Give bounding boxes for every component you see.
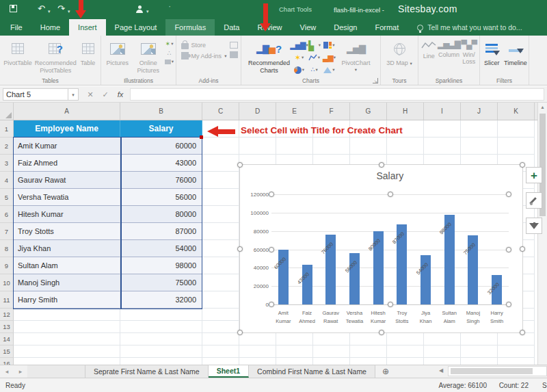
cell-A13[interactable] <box>14 321 120 333</box>
cell-F2[interactable] <box>313 138 350 155</box>
line-sparkline-button[interactable]: Line <box>420 38 438 60</box>
cell-H16[interactable] <box>387 358 424 365</box>
cell-D14[interactable] <box>239 333 276 345</box>
row-header-7[interactable]: 7 <box>0 223 14 240</box>
cell-C5[interactable] <box>202 189 239 206</box>
qat-dropdown-icon[interactable]: ▾ <box>146 7 149 16</box>
selection-handle[interactable] <box>520 330 525 335</box>
column-header-H[interactable]: H <box>387 103 424 120</box>
redo-dropdown-icon[interactable]: ▾ <box>68 7 70 16</box>
cell-I15[interactable] <box>424 345 461 358</box>
cell-I16[interactable] <box>424 358 461 365</box>
row-header-5[interactable]: 5 <box>0 189 14 206</box>
horizontal-scrollbar-thumb[interactable] <box>451 368 533 374</box>
scroll-left-icon[interactable]: ◀ <box>439 367 443 374</box>
cell-C14[interactable] <box>202 333 239 345</box>
cell-B6[interactable]: 80000 <box>120 206 202 223</box>
cell-K15[interactable] <box>498 345 535 358</box>
insert-function-icon[interactable]: fx <box>114 88 127 101</box>
line-chart-button[interactable]: ▾ <box>307 51 322 64</box>
cell-H15[interactable] <box>387 345 424 358</box>
cell-B15[interactable] <box>120 345 202 358</box>
enter-formula-icon[interactable]: ✓ <box>98 88 112 101</box>
cell-C15[interactable] <box>202 345 239 358</box>
cell-B8[interactable]: 54000 <box>120 240 202 257</box>
cell-A9[interactable]: Sultan Alam <box>14 257 120 274</box>
bar-chart-button[interactable]: ▂▅▾ <box>307 39 322 51</box>
cell-A4[interactable]: Gaurav Rawat <box>14 172 120 189</box>
ribbon-tab-format[interactable]: Format <box>366 19 408 36</box>
cell-F15[interactable] <box>313 345 350 358</box>
cell-K16[interactable] <box>498 358 535 365</box>
cell-A2[interactable]: Amit Kumar <box>14 138 120 155</box>
cell-B16[interactable] <box>120 358 202 365</box>
row-header-11[interactable]: 11 <box>0 291 14 309</box>
selection-handle[interactable] <box>237 330 243 335</box>
cell-B13[interactable] <box>120 321 202 333</box>
column-header-K[interactable]: K <box>498 103 535 120</box>
row-header-12[interactable]: 12 <box>0 309 14 321</box>
column-header-I[interactable]: I <box>424 103 461 120</box>
cell-C9[interactable] <box>202 257 239 274</box>
tell-me-box[interactable]: Tell me what you want to do... <box>417 19 522 36</box>
ribbon-tab-home[interactable]: Home <box>31 19 69 36</box>
cell-C12[interactable] <box>202 309 239 321</box>
selection-handle[interactable] <box>379 330 384 335</box>
cell-J15[interactable] <box>461 345 498 358</box>
cell-A1[interactable]: Employee Name <box>14 120 120 138</box>
cell-E15[interactable] <box>276 345 313 358</box>
row-header-4[interactable]: 4 <box>0 172 14 189</box>
chart-filters-button[interactable] <box>526 218 542 234</box>
cell-A3[interactable]: Faiz Ahmed <box>14 155 120 172</box>
chart-styles-button[interactable] <box>526 192 542 209</box>
store-button[interactable]: Store <box>179 40 209 51</box>
cell-J14[interactable] <box>461 333 498 345</box>
column-header-C[interactable]: C <box>202 103 239 120</box>
formula-input[interactable] <box>130 88 544 101</box>
chart-elements-button[interactable]: + <box>526 167 542 183</box>
row-header-10[interactable]: 10 <box>0 274 14 291</box>
addin-icon[interactable] <box>230 51 238 58</box>
cell-J16[interactable] <box>461 358 498 365</box>
column-sparkline-button[interactable]: ▂▅▃▇ Column <box>440 38 459 58</box>
cell-B11[interactable]: 32000 <box>120 291 202 309</box>
cell-C16[interactable] <box>202 358 239 365</box>
pivottable-button[interactable]: PivotTable <box>1 38 34 67</box>
undo-dropdown-icon[interactable]: ▾ <box>48 7 51 16</box>
column-header-E[interactable]: E <box>276 103 313 120</box>
sheet-tab-sheet1[interactable]: Sheet1 <box>209 365 249 378</box>
cell-I2[interactable] <box>424 138 461 155</box>
cell-F14[interactable] <box>313 333 350 345</box>
winloss-sparkline-button[interactable]: ▀▄▀ Win/ Loss <box>460 38 479 66</box>
row-header-15[interactable]: 15 <box>0 345 14 358</box>
column-header-G[interactable]: G <box>350 103 387 120</box>
cell-B9[interactable]: 98000 <box>120 257 202 274</box>
cell-A11[interactable]: Harry Smith <box>14 291 120 309</box>
addin-icon[interactable] <box>230 42 238 49</box>
ribbon-tab-view[interactable]: View <box>291 19 325 36</box>
cell-I14[interactable] <box>424 333 461 345</box>
sheet-tab-combind-first-name-last-name[interactable]: Combind First Name & Last Name <box>249 365 375 378</box>
chart-title[interactable]: Salary <box>377 170 404 181</box>
cell-C3[interactable] <box>202 155 239 172</box>
name-box-dropdown-icon[interactable]: ▾ <box>68 88 79 101</box>
cell-I1[interactable] <box>424 120 461 138</box>
slicer-button[interactable]: Slicer <box>481 38 503 67</box>
row-header-8[interactable]: 8 <box>0 240 14 257</box>
cell-A15[interactable] <box>14 345 120 358</box>
horizontal-scrollbar[interactable]: ◀ <box>448 366 547 376</box>
table-button[interactable]: Table <box>77 38 99 67</box>
selection-handle[interactable] <box>520 246 525 252</box>
my-addins-button[interactable]: My Add-ins▾ <box>179 51 229 61</box>
cell-K1[interactable] <box>498 120 535 138</box>
chart-bar-faiz-ahmed[interactable] <box>302 265 312 304</box>
cell-B10[interactable]: 75000 <box>120 274 202 291</box>
recommended-pivottables-button[interactable]: ? Recommended PivotTables <box>36 38 75 75</box>
row-header-1[interactable]: 1 <box>0 120 14 138</box>
timeline-button[interactable]: Timeline <box>504 38 527 67</box>
column-header-F[interactable]: F <box>313 103 350 120</box>
cell-G2[interactable] <box>350 138 387 155</box>
screenshot-button[interactable]: ▾ <box>165 59 174 64</box>
row-header-6[interactable]: 6 <box>0 206 14 223</box>
row-header-3[interactable]: 3 <box>0 155 14 172</box>
